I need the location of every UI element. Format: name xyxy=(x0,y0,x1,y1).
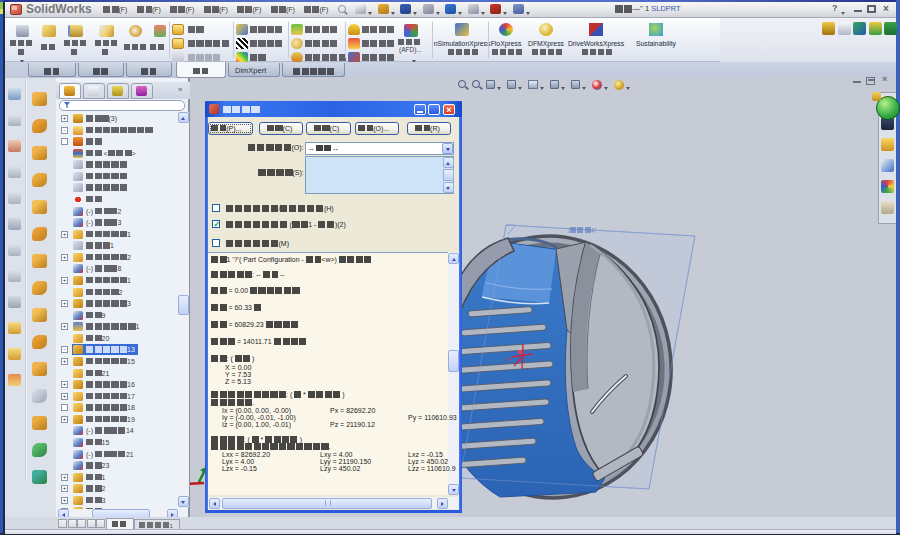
svg-text:1=: 1= xyxy=(505,356,511,362)
